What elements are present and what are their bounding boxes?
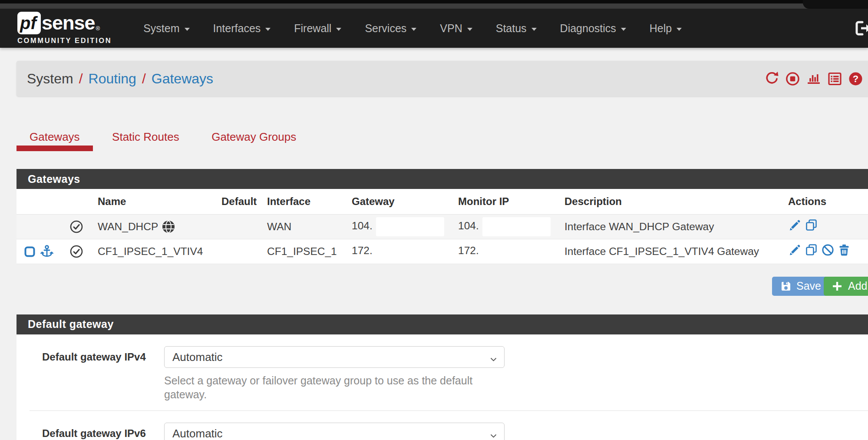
- redacted-value: [376, 242, 444, 261]
- nav-item-label: VPN: [440, 22, 462, 35]
- breadcrumb: System/Routing/Gateways: [27, 71, 213, 87]
- form-row-ipv6: Default gateway IPv6 Automatic Select a …: [17, 411, 868, 440]
- default-gateway-ipv4-help: Select a gateway or failover gateway gro…: [164, 374, 505, 402]
- gateway-actions-cell: [783, 214, 868, 239]
- gateway-address: 104.: [352, 220, 373, 232]
- refresh-icon[interactable]: [764, 71, 779, 86]
- breadcrumb-routing-link[interactable]: Routing: [89, 71, 136, 86]
- gateway-monitor-cell: 172.: [453, 239, 559, 264]
- breadcrumb-separator: /: [79, 71, 83, 86]
- table-actions-row: Save Add: [0, 273, 868, 300]
- nav-item-services[interactable]: Services: [353, 9, 428, 48]
- gateways-panel-header: Gateways: [17, 169, 868, 189]
- anchor-icon: [40, 244, 54, 259]
- breadcrumb-gateways-link[interactable]: Gateways: [152, 71, 213, 86]
- default-gateway-ipv6-select[interactable]: Automatic: [164, 423, 505, 440]
- default-gateway-panel-header: Default gateway: [17, 314, 868, 334]
- gateway-monitor-cell: 104.: [453, 214, 559, 239]
- save-button[interactable]: Save: [772, 277, 829, 296]
- gateway-status-cell: [64, 239, 92, 264]
- column-actions: Actions: [783, 189, 868, 214]
- gateway-description-cell: Interface WAN_DHCP Gateway: [559, 214, 783, 239]
- nav-item-system[interactable]: System: [132, 9, 201, 48]
- nav-item-vpn[interactable]: VPN: [428, 9, 484, 48]
- help-icon[interactable]: ?: [848, 71, 863, 86]
- main-navbar: pf sense ® COMMUNITY EDITION System Inte…: [0, 9, 868, 48]
- tab-gateways[interactable]: Gateways: [17, 130, 93, 151]
- default-gateway-ipv4-select[interactable]: Automatic: [164, 346, 505, 368]
- check-circle-icon: [69, 220, 83, 232]
- gateways-table: Name Default Interface Gateway Monitor I…: [17, 189, 868, 264]
- nav-item-firewall[interactable]: Firewall: [282, 9, 353, 48]
- chevron-down-icon: [677, 28, 682, 31]
- check-circle-icon: [69, 245, 83, 256]
- registered-mark: ®: [96, 25, 100, 32]
- pfsense-logo-subtitle: COMMUNITY EDITION: [17, 36, 112, 45]
- redacted-value: [376, 217, 444, 236]
- nav-item-label: Interfaces: [213, 22, 261, 35]
- edit-pencil-icon[interactable]: [788, 243, 802, 257]
- default-gateway-ipv6-control: Automatic Select a gateway or failover g…: [164, 423, 505, 440]
- tab-gateway-groups[interactable]: Gateway Groups: [198, 130, 309, 151]
- monitor-ip: 104.: [458, 220, 479, 232]
- plus-icon: [832, 281, 843, 292]
- gateway-address: 172.: [352, 245, 373, 256]
- gateway-interface-cell: WAN: [262, 214, 347, 239]
- chevron-down-icon: [411, 28, 416, 31]
- gateway-address-cell: 104.: [347, 214, 453, 239]
- default-gateway-panel-title: Default gateway: [28, 318, 114, 331]
- nav-item-label: Diagnostics: [560, 22, 616, 35]
- pfsense-logo-pf: pf: [17, 12, 41, 34]
- table-header-row: Name Default Interface Gateway Monitor I…: [17, 189, 868, 214]
- default-gateway-ipv4-label: Default gateway IPv4: [42, 346, 164, 402]
- add-button[interactable]: Add: [824, 277, 868, 296]
- chevron-down-icon: [531, 28, 537, 31]
- column-interface: Interface: [262, 189, 347, 214]
- gateway-actions-cell: [783, 239, 868, 264]
- delete-trash-icon[interactable]: [838, 243, 851, 257]
- gateway-address-cell: 172.: [347, 239, 453, 264]
- page-header-bar: System/Routing/Gateways ?: [17, 61, 868, 96]
- column-name: Name: [92, 189, 216, 214]
- gateway-default-cell: [216, 239, 262, 264]
- gateway-name-cell: CF1_IPSEC_1_VTIV4: [92, 239, 216, 264]
- tab-static-routes[interactable]: Static Routes: [99, 130, 192, 151]
- nav-item-interfaces[interactable]: Interfaces: [201, 9, 283, 48]
- column-status: [64, 189, 92, 214]
- nav-item-label: Status: [496, 22, 527, 35]
- nav-item-status[interactable]: Status: [484, 9, 548, 48]
- copy-icon[interactable]: [805, 243, 818, 257]
- add-button-label: Add: [848, 280, 867, 292]
- chevron-down-icon: [467, 28, 472, 31]
- nav-item-label: System: [143, 22, 179, 35]
- window-tab-shape: [803, 0, 868, 9]
- chevron-down-icon: [185, 28, 190, 31]
- nav-item-diagnostics[interactable]: Diagnostics: [548, 9, 638, 48]
- edit-pencil-icon[interactable]: [788, 218, 802, 232]
- bar-chart-icon[interactable]: [806, 71, 822, 86]
- gateway-interface-cell: CF1_IPSEC_1: [262, 239, 347, 264]
- chevron-down-icon: [265, 28, 271, 31]
- pfsense-logo-main: pf sense ®: [17, 12, 112, 34]
- save-floppy-icon: [780, 281, 792, 292]
- gateway-default-cell: [216, 214, 262, 239]
- column-gateway: Gateway: [347, 189, 453, 214]
- default-gateway-form: Default gateway IPv4 Automatic Select a …: [17, 334, 868, 440]
- column-description: Description: [559, 189, 783, 214]
- pfsense-logo[interactable]: pf sense ® COMMUNITY EDITION: [17, 12, 112, 45]
- disable-ban-icon[interactable]: [821, 243, 835, 257]
- log-list-icon[interactable]: [827, 71, 842, 86]
- globe-icon: [162, 220, 175, 234]
- pfsense-logo-sense: sense: [42, 12, 95, 34]
- chevron-down-icon: [336, 28, 341, 31]
- redacted-value: [482, 242, 551, 261]
- nav-item-help[interactable]: Help: [638, 9, 693, 48]
- default-gateway-ipv4-control: Automatic Select a gateway or failover g…: [164, 346, 505, 402]
- routing-tabs: Gateways Static Routes Gateway Groups: [17, 130, 868, 151]
- copy-icon[interactable]: [805, 218, 818, 232]
- sign-out-icon[interactable]: [854, 19, 868, 39]
- nav-item-label: Help: [650, 22, 672, 35]
- stop-circle-icon[interactable]: [785, 71, 800, 86]
- page-header-actions: ?: [764, 61, 863, 96]
- gateway-flags-cell: [17, 214, 64, 239]
